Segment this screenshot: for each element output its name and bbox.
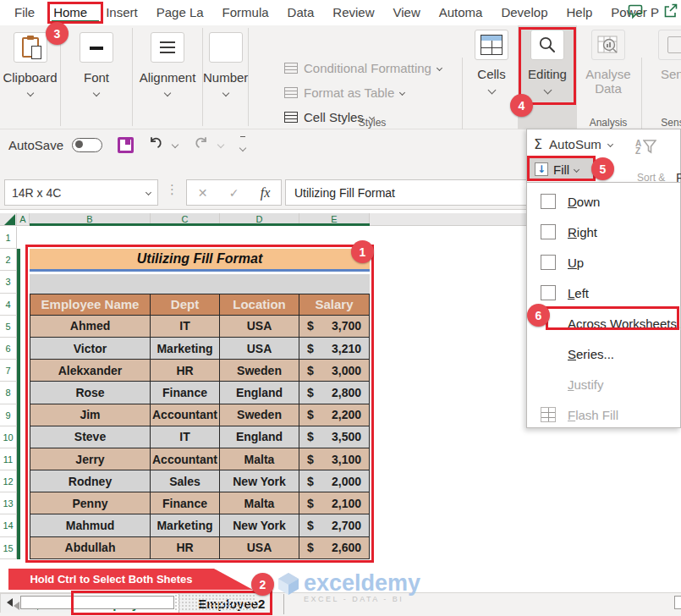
group-label: Alignment	[140, 70, 196, 85]
customize-qat-icon[interactable]	[240, 136, 245, 154]
collapsed-groups: Clipboard Font Alignment Numb	[0, 28, 249, 126]
analyse-data-button[interactable]: AnalyseData	[582, 30, 634, 96]
ribbon-group-button[interactable]: Number	[203, 28, 249, 126]
ribbon-tab[interactable]: File	[5, 0, 44, 25]
sigma-icon: Σ	[534, 136, 542, 152]
sheet-nav-left-icon[interactable]	[14, 602, 19, 610]
ribbon-tab[interactable]: Automa	[430, 0, 492, 25]
row-header[interactable]: 6	[0, 338, 17, 360]
group-label: Clipboard	[3, 70, 57, 85]
ribbon-tab[interactable]: Review	[323, 0, 383, 25]
row-header[interactable]: 10	[0, 426, 17, 448]
redo-chevron-icon[interactable]	[217, 141, 224, 148]
chevron-down-icon	[222, 90, 228, 96]
fill-menu-item[interactable]: Series...	[527, 338, 680, 369]
annotation-box-home	[47, 2, 103, 24]
row-header[interactable]: 7	[0, 360, 17, 382]
selected-columns-indicator	[30, 223, 370, 226]
ribbon-tab[interactable]: Help	[557, 0, 601, 25]
annotation-box-table	[25, 245, 374, 563]
ribbon-tab[interactable]: Insert	[96, 0, 147, 25]
row-header[interactable]: 13	[0, 492, 17, 514]
sensitivity-group-label: Sens	[656, 117, 681, 129]
group-icon	[160, 41, 175, 54]
ribbon-tab[interactable]: Page La	[147, 0, 213, 25]
column-header[interactable]: A	[17, 213, 30, 225]
cancel-icon[interactable]: ✕	[198, 186, 208, 200]
name-box[interactable]: 14R x 4C	[4, 179, 158, 206]
menu-item-icon	[541, 194, 556, 209]
chevron-down-icon	[164, 90, 171, 96]
share-icon[interactable]	[662, 3, 679, 23]
styles-group-button[interactable]: Format as Table	[284, 80, 460, 105]
watermark: exceldemy EXCEL - DATA - BI	[277, 572, 420, 603]
redo-icon	[193, 135, 210, 151]
ribbon-tab[interactable]: Data	[278, 0, 324, 25]
formula-bar-input[interactable]: Utilizing Fill Format	[285, 179, 532, 206]
insert-function-icon[interactable]: fx	[261, 185, 271, 201]
chevron-down-icon	[93, 90, 100, 96]
select-all-corner[interactable]	[0, 213, 17, 226]
comment-icon[interactable]	[627, 3, 644, 23]
chevron-down-icon	[26, 90, 33, 96]
row-header[interactable]: 1	[0, 227, 17, 249]
step-badge-1: 1	[351, 240, 374, 263]
ribbon-tab[interactable]: Develop	[492, 0, 557, 25]
enter-icon[interactable]: ✓	[229, 186, 239, 200]
step-badge-3: 3	[46, 22, 69, 45]
analysis-group-label: Analysis	[582, 117, 634, 129]
autosave-toggle[interactable]	[72, 138, 102, 152]
menu-item-icon	[541, 285, 556, 300]
fill-menu-item[interactable]: Up	[527, 247, 680, 278]
autosum-button[interactable]: Σ AutoSum	[534, 136, 612, 152]
row-header[interactable]: 12	[0, 470, 17, 492]
excel-window: File Home Insert Page La Formula Data Re…	[0, 0, 681, 616]
menu-item-icon	[541, 255, 556, 270]
row-header[interactable]: 5	[0, 316, 17, 338]
ribbon-tab[interactable]: View	[383, 0, 429, 25]
scroll-left-icon[interactable]	[7, 598, 13, 607]
ribbon-tab[interactable]: Formula	[213, 0, 278, 25]
watermark-tagline: EXCEL - DATA - BI	[304, 595, 420, 603]
sort-filter-button[interactable]: AZ	[635, 140, 656, 155]
exceldemy-logo-icon	[277, 572, 299, 596]
ribbon-group-button[interactable]: Font	[61, 28, 133, 126]
save-icon[interactable]	[118, 137, 134, 153]
row-header[interactable]: 14	[0, 514, 17, 536]
sensitivity-icon	[667, 36, 681, 53]
annotation-box-editing	[519, 27, 576, 105]
row-header[interactable]: 9	[0, 404, 17, 426]
row-header[interactable]: 4	[0, 294, 17, 316]
row-header[interactable]: 11	[0, 448, 17, 470]
redo-button[interactable]	[193, 135, 210, 155]
ribbon-group-button[interactable]: Alignment	[133, 28, 203, 126]
step-badge-4: 4	[510, 94, 533, 117]
chevron-down-icon	[487, 86, 496, 95]
fill-menu-item[interactable]: Right	[527, 217, 680, 247]
cells-group-button[interactable]: Cells	[467, 30, 516, 93]
annotation-box-fill	[527, 156, 596, 181]
menu-item-icon	[541, 224, 556, 239]
row-header[interactable]: 3	[0, 271, 17, 293]
fill-menu-item[interactable]: Flash Fill	[527, 399, 680, 430]
row-header[interactable]: 2	[0, 249, 17, 271]
row-header[interactable]: 15	[0, 537, 17, 559]
name-box-dropdown-icon[interactable]	[146, 190, 151, 195]
sensitivity-button[interactable]: Sens	[650, 30, 681, 81]
annotation-box-across-worksheets	[546, 306, 679, 330]
fill-menu-item[interactable]: Justify	[527, 369, 680, 399]
scroll-right-button[interactable]	[674, 596, 681, 609]
step-badge-6: 6	[527, 304, 550, 327]
undo-button[interactable]	[147, 135, 164, 155]
chevron-down-icon[interactable]	[607, 141, 613, 147]
watermark-brand: exceldemy	[304, 570, 420, 596]
formula-bar-drag-dots[interactable]: ⋮	[166, 182, 178, 197]
styles-group-button[interactable]: Conditional Formatting	[284, 56, 460, 80]
group-icon	[90, 45, 103, 50]
row-header[interactable]: 8	[0, 382, 17, 404]
undo-chevron-icon[interactable]	[172, 141, 178, 148]
fill-menu-item[interactable]: Down	[527, 186, 680, 217]
style-grid-icon	[284, 63, 298, 74]
funnel-icon	[643, 140, 656, 154]
fill-menu-item[interactable]: Left	[527, 278, 680, 308]
